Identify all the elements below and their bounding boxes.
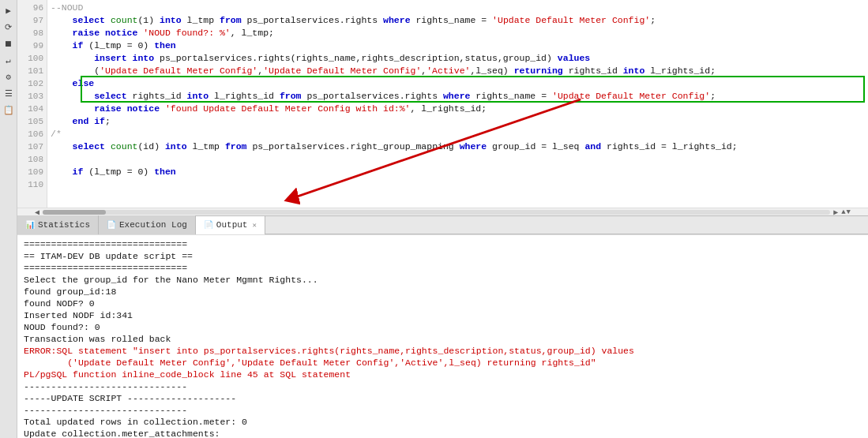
line-number: 99	[17, 39, 43, 52]
left-toolbar: ▶ ⟳ ⏹ ↵ ⚙ ☰ 📋	[0, 0, 17, 438]
hscroll-track[interactable]	[43, 210, 830, 215]
toolbar-icon-1[interactable]: ▶	[2, 3, 16, 17]
output-line: found NODF? 0	[24, 298, 862, 309]
code-line-107: select count(id) into l_tmp from ps_port…	[51, 140, 865, 153]
toolbar-icon-7[interactable]: 📋	[2, 103, 16, 117]
line-number: 100	[17, 52, 43, 65]
output-line: ==============================	[24, 262, 862, 274]
output-line-error: PL/pgSQL function inline_code_block line…	[24, 369, 862, 380]
output-panel[interactable]: ============================== == ITAM-D…	[17, 234, 868, 438]
code-line-103: select rights_id into l_rights_id from p…	[51, 90, 865, 103]
code-line-100: insert into ps_portalservices.rights(rig…	[51, 52, 865, 65]
line-number: 96	[17, 2, 43, 14]
code-line-108	[51, 153, 865, 166]
toolbar-icon-3[interactable]: ⏹	[2, 36, 16, 51]
scroll-down-btn[interactable]: ▼	[847, 208, 851, 216]
statistics-icon: 📊	[25, 220, 35, 230]
editor-hscroll[interactable]: ◀ ▶ ▲ ▼	[17, 208, 868, 215]
code-line-102: else	[51, 77, 865, 90]
output-line: Inserted NODF id:341	[24, 309, 862, 321]
output-line: ------------------------------	[24, 380, 862, 392]
execution-log-icon: 📄	[107, 220, 116, 230]
code-line-98: raise notice 'NOUD found?: %', l_tmp;	[51, 27, 865, 39]
scroll-arrows: ▲ ▼	[841, 208, 851, 216]
line-number: 103	[17, 90, 43, 103]
output-line: == ITAM-DEV DB update script ==	[24, 250, 862, 262]
scroll-up-btn[interactable]: ▲	[841, 208, 845, 216]
line-number: 107	[17, 140, 43, 153]
code-line-101: ('Update Default Meter Config','Update D…	[51, 65, 865, 77]
line-number: 110	[17, 178, 43, 191]
tab-execution-log[interactable]: 📄 Execution Log	[99, 215, 196, 234]
tab-output-close[interactable]: ✕	[252, 221, 256, 230]
toolbar-icon-6[interactable]: ☰	[2, 86, 16, 100]
output-line: Select the group_id for the Nano Meter M…	[24, 274, 862, 286]
toolbar-icon-4[interactable]: ↵	[2, 53, 16, 67]
output-line-error: ERROR:SQL statement "insert into ps_port…	[24, 345, 862, 357]
output-line: Transaction was rolled back	[24, 333, 862, 345]
line-number: 109	[17, 166, 43, 178]
toolbar-icon-2[interactable]: ⟳	[2, 20, 16, 34]
output-line: Update collection.meter_attachments:	[24, 428, 862, 438]
code-line-104: raise notice 'found Update Default Meter…	[51, 103, 865, 115]
line-number: 102	[17, 77, 43, 90]
code-line-109: if (l_tmp = 0) then	[51, 166, 865, 178]
output-line: ------------------------------	[24, 404, 862, 416]
tab-bar: 📊 Statistics 📄 Execution Log 📄 Output ✕	[17, 215, 868, 234]
line-numbers: 96 97 98 99 100 101 102 103 104 105 106 …	[17, 0, 47, 208]
tab-statistics[interactable]: 📊 Statistics	[17, 215, 99, 234]
tab-output-label: Output	[216, 220, 248, 230]
line-number: 98	[17, 27, 43, 39]
code-line-106: /*	[51, 128, 865, 140]
tab-output[interactable]: 📄 Output ✕	[196, 216, 265, 235]
code-line-105: end if;	[51, 115, 865, 128]
output-line-error: ('Update Default Meter Config','Update D…	[24, 357, 862, 369]
tab-statistics-label: Statistics	[38, 220, 90, 230]
line-number: 97	[17, 14, 43, 27]
output-line: NOUD found?: 0	[24, 321, 862, 333]
tab-execution-log-label: Execution Log	[119, 220, 187, 230]
output-icon: 📄	[204, 220, 213, 230]
line-number: 104	[17, 103, 43, 115]
hscroll-thumb[interactable]	[43, 210, 106, 215]
line-number: 105	[17, 115, 43, 128]
line-number: 101	[17, 65, 43, 77]
output-line: Total updated rows in collection.meter: …	[24, 416, 862, 428]
code-line-97: select count(1) into l_tmp from ps_porta…	[51, 14, 865, 27]
line-number: 106	[17, 128, 43, 140]
line-number: 108	[17, 153, 43, 166]
code-line-99: if (l_tmp = 0) then	[51, 39, 865, 52]
code-line-96: --NOUD	[51, 2, 865, 14]
code-line-110	[51, 178, 865, 191]
toolbar-icon-5[interactable]: ⚙	[2, 69, 16, 84]
output-line: ==============================	[24, 238, 862, 250]
output-line: -----UPDATE SCRIPT --------------------	[24, 392, 862, 404]
code-editor[interactable]: --NOUD select count(1) into l_tmp from p…	[47, 0, 868, 208]
output-line: found group_id:18	[24, 286, 862, 298]
